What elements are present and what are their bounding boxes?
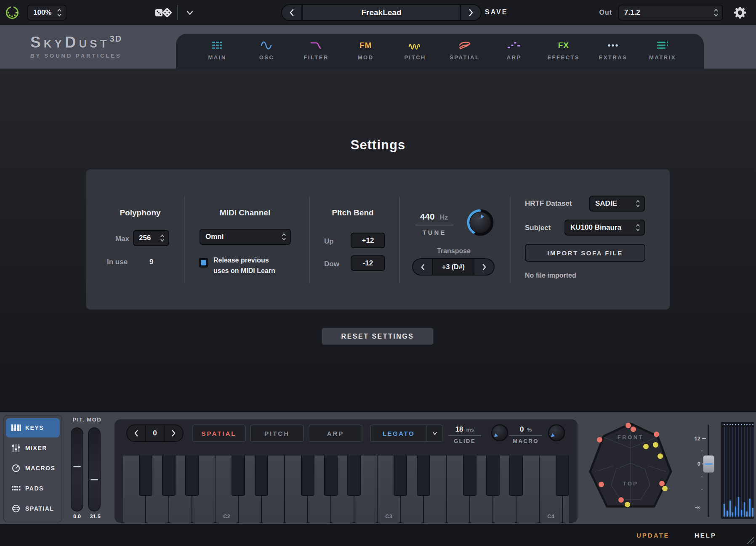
tab-fm-mod[interactable]: FM MOD (344, 39, 388, 69)
black-key[interactable] (347, 456, 361, 496)
black-key[interactable] (486, 456, 500, 496)
zoom-select[interactable]: 100% (27, 5, 67, 21)
glide-knob[interactable] (490, 424, 509, 442)
settings-panel: Polyphony Max 256 In use 9 MIDI Channel … (86, 169, 670, 310)
keyboard-panel: 0 SPATIAL PITCH ARP LEGATO 18ms GLIDE (114, 419, 578, 523)
hrtf-subject-select[interactable]: KU100 Binaura (564, 220, 645, 236)
tune-unit: Hz (440, 214, 448, 221)
slider-thumb[interactable] (91, 479, 98, 480)
tab-osc[interactable]: OSC (245, 39, 289, 69)
macro-group: 0% MACRO (509, 425, 542, 444)
pitch-wheel-thumb[interactable] (703, 455, 714, 473)
midi-channel-select[interactable]: Omni (200, 229, 291, 245)
meter-peak-dot (729, 424, 731, 425)
mode-tab-spatial[interactable]: SPATIAL (192, 424, 246, 442)
import-sofa-button[interactable]: IMPORT SOFA FILE (525, 244, 645, 262)
meter-peak-dot (749, 424, 751, 425)
voice-mode-select[interactable]: LEGATO (370, 424, 443, 442)
meter-track (735, 427, 736, 517)
transpose-down-button[interactable] (412, 258, 433, 276)
black-key[interactable] (556, 456, 569, 496)
midi-channel-title: MIDI Channel (205, 208, 285, 217)
black-key[interactable] (162, 456, 176, 496)
reset-settings-button[interactable]: RESET SETTINGS (322, 328, 434, 345)
resize-handle[interactable] (745, 535, 754, 544)
black-key[interactable] (324, 456, 338, 496)
black-key[interactable] (509, 456, 523, 496)
macro-knob-icon (9, 464, 23, 472)
meter-peak-dot (744, 424, 745, 425)
bend-down-value[interactable]: -12 (351, 255, 385, 271)
panel-divider (309, 196, 310, 283)
voice-dot (659, 481, 665, 486)
tab-matrix[interactable]: MATRIX (641, 39, 684, 69)
macro-knob[interactable] (547, 424, 566, 442)
octave-down-button[interactable] (127, 425, 145, 441)
chevron-down-icon[interactable] (184, 10, 195, 16)
tab-arp[interactable]: ARP (492, 39, 536, 69)
release-previous-checkbox[interactable] (199, 258, 208, 268)
meter-peak-dot (724, 424, 725, 425)
slider-thumb[interactable] (73, 466, 81, 467)
preset-next-button[interactable] (461, 4, 482, 21)
output-format-select[interactable]: 7.1.2 (618, 5, 723, 21)
inuse-value: 9 (149, 258, 153, 266)
pitch-mod-slider-left[interactable] (71, 427, 83, 512)
save-button[interactable]: SAVE (485, 8, 508, 16)
octave-control: 0 (126, 424, 184, 442)
sidebar-item-pads[interactable]: PADS (6, 479, 60, 498)
pitch-mod-slider-right[interactable] (88, 427, 101, 512)
piano-keyboard[interactable]: C2C3C4 (123, 456, 569, 523)
transpose-up-button[interactable] (474, 258, 495, 276)
preset-name-field[interactable]: FreakLead (302, 4, 461, 21)
tab-effects[interactable]: FX EFFECTS (542, 39, 586, 69)
black-key[interactable] (417, 456, 430, 496)
sidebar-item-mixer[interactable]: MIXER (6, 438, 60, 458)
update-button[interactable]: UPDATE (636, 532, 670, 539)
black-key[interactable] (139, 456, 152, 496)
fm-text-icon: FM (359, 39, 372, 52)
tab-main[interactable]: MAIN (195, 39, 239, 69)
hrtf-dataset-select[interactable]: SADIE (589, 196, 645, 212)
glide-underline (448, 435, 481, 436)
mode-tab-pitch[interactable]: PITCH (250, 424, 304, 442)
zoom-value: 100% (28, 8, 57, 17)
bend-up-value[interactable]: +12 (351, 233, 385, 248)
spatial-visualizer[interactable]: FRONT TOP (586, 422, 675, 509)
meter-track (741, 427, 742, 517)
pitch-wave-icon (408, 39, 422, 52)
brand-tagline: BY SOUND PARTICLES (30, 53, 122, 59)
tab-extras[interactable]: EXTRAS (591, 39, 635, 69)
stepper-icon (57, 8, 62, 17)
stepper-icon (713, 8, 719, 17)
meter-level-bar (729, 501, 731, 517)
out-label: Out (590, 9, 612, 16)
black-key[interactable] (185, 456, 199, 496)
dice-icon[interactable] (154, 5, 173, 20)
black-key[interactable] (232, 456, 245, 496)
pitmod-label: PIT. MOD (67, 416, 107, 423)
black-key[interactable] (301, 456, 314, 496)
black-key[interactable] (394, 456, 407, 496)
sidebar-item-macros[interactable]: MACROS (6, 459, 60, 478)
octave-up-button[interactable] (165, 425, 183, 441)
tab-pitch[interactable]: PITCH (393, 39, 437, 69)
polyphony-max-stepper[interactable]: 256 (133, 230, 169, 246)
gear-icon[interactable] (732, 5, 748, 20)
tab-spatial[interactable]: SPATIAL (443, 39, 487, 69)
preset-name: FreakLead (361, 8, 401, 17)
preset-prev-button[interactable] (281, 4, 302, 21)
black-key[interactable] (255, 456, 268, 496)
tab-filter[interactable]: FILTER (294, 39, 338, 69)
fx-text-icon: FX (558, 39, 569, 52)
sidebar-item-keys[interactable]: KEYS (6, 418, 60, 437)
main-list-icon (211, 39, 223, 52)
sidebar-item-spatial[interactable]: SPATIAL (6, 499, 60, 518)
mode-tab-arp[interactable]: ARP (309, 424, 362, 442)
black-key[interactable] (463, 456, 476, 496)
matrix-lines-icon (656, 39, 669, 52)
top-bar: 100% FreakLead (0, 0, 756, 25)
help-button[interactable]: HELP (695, 532, 716, 539)
tune-knob[interactable] (465, 207, 495, 238)
pads-grid-icon (9, 485, 23, 492)
